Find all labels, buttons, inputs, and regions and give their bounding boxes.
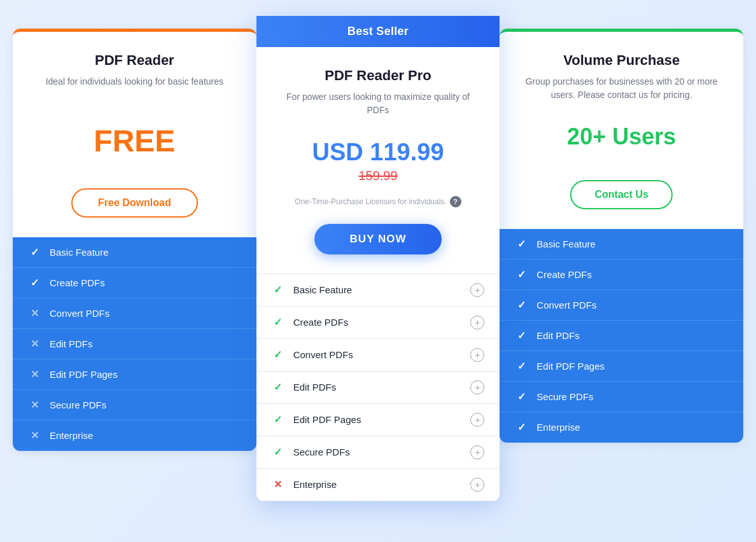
expand-icon[interactable]: + <box>470 283 484 297</box>
feature-row: ✓Edit PDF Pages+ <box>256 404 500 436</box>
feature-label: Convert PDFs <box>293 349 462 360</box>
check-icon: ✓ <box>272 316 284 328</box>
action-area-basic: Free Download <box>13 186 256 237</box>
cross-icon: ✕ <box>28 429 41 441</box>
check-icon: ✓ <box>515 299 528 311</box>
feature-row: ✓Edit PDFs <box>500 321 743 351</box>
feature-row: ✓Edit PDF Pages <box>500 351 743 382</box>
price-note-text: One-Time-Purchase Licenses for individua… <box>295 197 446 206</box>
feature-row: ✓Basic Feature+ <box>256 274 500 307</box>
contact-us-button[interactable]: Contact Us <box>570 180 672 209</box>
feature-label: Edit PDF Pages <box>536 361 728 372</box>
cross-icon: ✕ <box>28 399 41 411</box>
feature-label: Basic Feature <box>293 284 462 295</box>
check-icon: ✓ <box>515 360 528 372</box>
check-icon: ✓ <box>272 349 284 361</box>
plan-price-volume: 20+ Users <box>517 123 725 150</box>
feature-label: Edit PDF Pages <box>50 369 241 380</box>
feature-label: Convert PDFs <box>50 308 241 319</box>
expand-icon[interactable]: + <box>470 413 484 427</box>
plan-header-volume: Volume PurchaseGroup purchases for busin… <box>500 32 743 178</box>
feature-row: ✕Convert PDFs <box>13 298 256 329</box>
feature-label: Enterprise <box>50 430 241 441</box>
feature-row: ✓Create PDFs <box>500 260 743 290</box>
price-users: 20+ Users <box>517 123 725 150</box>
help-icon[interactable]: ? <box>450 196 461 207</box>
plan-price-pro: USD 119.99159.99 <box>274 139 482 183</box>
feature-row: ✓Basic Feature <box>500 229 743 260</box>
check-icon: ✓ <box>28 277 41 289</box>
check-icon: ✓ <box>28 246 41 258</box>
check-icon: ✓ <box>515 330 528 342</box>
feature-label: Create PDFs <box>536 269 728 280</box>
plan-header-basic: PDF ReaderIdeal for individuals looking … <box>13 32 256 186</box>
feature-label: Secure PDFs <box>50 400 241 410</box>
feature-label: Edit PDF Pages <box>293 414 462 425</box>
feature-label: Convert PDFs <box>536 300 728 310</box>
price-free: FREE <box>31 123 239 158</box>
features-section-basic: ✓Basic Feature✓Create PDFs✕Convert PDFs✕… <box>13 237 256 451</box>
best-seller-banner: Best Seller <box>256 16 500 47</box>
plan-description-volume: Group purchases for businesses with 20 o… <box>517 75 725 111</box>
action-area-pro: BUY NOW <box>256 223 500 274</box>
expand-icon[interactable]: + <box>470 478 484 492</box>
buy-now-button[interactable]: BUY NOW <box>314 224 442 254</box>
expand-icon[interactable]: + <box>470 380 484 394</box>
feature-row: ✕Edit PDFs <box>13 329 256 359</box>
feature-label: Basic Feature <box>536 239 728 249</box>
feature-row: ✓Basic Feature <box>13 237 256 268</box>
feature-row: ✓Secure PDFs <box>500 382 743 412</box>
plan-header-pro: PDF Reader ProFor power users looking to… <box>256 47 500 223</box>
feature-row: ✓Create PDFs+ <box>256 307 500 339</box>
cross-icon: ✕ <box>272 478 284 490</box>
feature-label: Enterprise <box>536 422 728 433</box>
free-download-button[interactable]: Free Download <box>71 188 198 218</box>
feature-label: Enterprise <box>293 479 462 490</box>
check-icon: ✓ <box>272 446 284 458</box>
feature-label: Secure PDFs <box>293 447 462 457</box>
plan-name-pro: PDF Reader Pro <box>274 67 482 84</box>
feature-label: Secure PDFs <box>536 391 728 402</box>
pricing-container: PDF ReaderIdeal for individuals looking … <box>13 29 743 514</box>
price-main: USD 119.99 <box>274 139 482 166</box>
feature-row: ✓Enterprise <box>500 412 743 443</box>
plan-card-volume: Volume PurchaseGroup purchases for busin… <box>500 29 743 443</box>
check-icon: ✓ <box>515 268 528 281</box>
plan-name-basic: PDF Reader <box>31 52 239 69</box>
feature-row: ✕Secure PDFs <box>13 390 256 420</box>
feature-label: Edit PDFs <box>293 382 462 393</box>
expand-icon[interactable]: + <box>470 316 484 330</box>
check-icon: ✓ <box>515 391 528 403</box>
check-icon: ✓ <box>515 421 528 433</box>
feature-label: Edit PDFs <box>50 338 241 349</box>
features-section-pro: ✓Basic Feature+✓Create PDFs+✓Convert PDF… <box>256 274 500 501</box>
cross-icon: ✕ <box>28 338 41 350</box>
feature-row: ✕Edit PDF Pages <box>13 359 256 390</box>
check-icon: ✓ <box>272 413 284 426</box>
plan-name-volume: Volume Purchase <box>517 52 725 69</box>
feature-label: Edit PDFs <box>536 330 728 341</box>
action-area-volume: Contact Us <box>500 178 743 229</box>
expand-icon[interactable]: + <box>470 445 484 459</box>
cross-icon: ✕ <box>28 307 41 319</box>
feature-row: ✕Enterprise <box>13 420 256 451</box>
price-note: One-Time-Purchase Licenses for individua… <box>274 196 482 207</box>
plan-description-pro: For power users looking to maximize qual… <box>274 90 482 126</box>
check-icon: ✓ <box>515 238 528 250</box>
feature-row: ✓Convert PDFs+ <box>256 339 500 372</box>
cross-icon: ✕ <box>28 368 41 380</box>
price-original: 159.99 <box>274 169 482 183</box>
feature-row: ✕Enterprise+ <box>256 469 500 501</box>
features-section-volume: ✓Basic Feature✓Create PDFs✓Convert PDFs✓… <box>500 229 743 443</box>
check-icon: ✓ <box>272 381 284 393</box>
feature-row: ✓Secure PDFs+ <box>256 436 500 469</box>
feature-row: ✓Edit PDFs+ <box>256 372 500 404</box>
check-icon: ✓ <box>272 284 284 296</box>
plan-card-pro: Best SellerPDF Reader ProFor power users… <box>256 16 500 501</box>
feature-label: Create PDFs <box>50 277 241 288</box>
expand-icon[interactable]: + <box>470 348 484 362</box>
plan-price-basic: FREE <box>31 123 239 158</box>
feature-row: ✓Convert PDFs <box>500 290 743 321</box>
plan-card-basic: PDF ReaderIdeal for individuals looking … <box>13 29 256 451</box>
feature-label: Basic Feature <box>50 247 241 258</box>
